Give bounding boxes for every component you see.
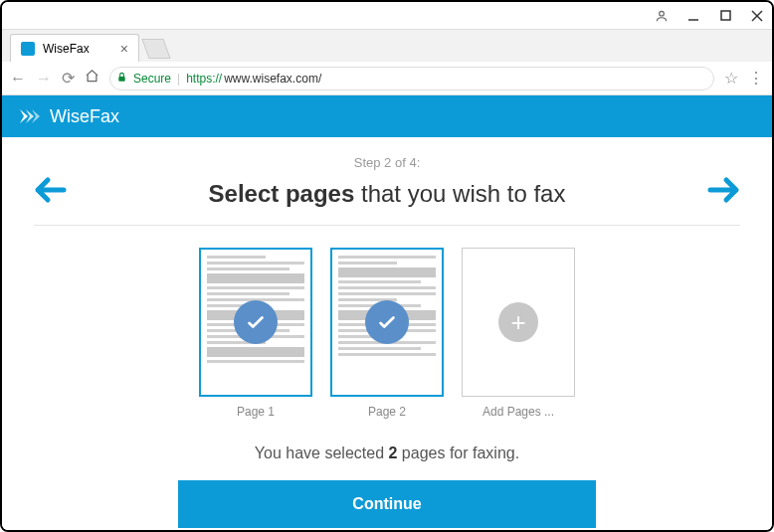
url-text: www.wisefax.com/ [224, 72, 321, 86]
divider [34, 225, 740, 226]
address-bar: ← → ⟳ Secure | https://www.wisefax.com/ … [2, 62, 772, 95]
plus-icon: + [498, 302, 538, 342]
tab-title: WiseFax [43, 42, 90, 56]
window-titlebar [2, 2, 772, 30]
page-content: WiseFax Step 2 of 4: Select pages that y… [2, 95, 772, 530]
home-button[interactable] [85, 69, 99, 88]
page-card: + Add Pages ... [462, 248, 575, 419]
menu-button[interactable]: ⋮ [748, 69, 764, 88]
back-button[interactable]: ← [10, 70, 26, 88]
summary-prefix: You have selected [255, 444, 389, 461]
selected-check-icon [365, 300, 409, 344]
add-pages-label: Add Pages ... [483, 405, 554, 419]
user-icon[interactable] [655, 9, 669, 23]
brand-name: WiseFax [50, 106, 119, 127]
next-arrow[interactable] [706, 176, 740, 211]
reload-button[interactable]: ⟳ [62, 69, 75, 88]
step-indicator: Step 2 of 4: [354, 155, 421, 170]
page-title: Select pages that you wish to fax [209, 180, 566, 208]
logo-icon [20, 107, 44, 125]
tab-close-icon[interactable]: × [120, 41, 128, 57]
add-pages-button[interactable]: + [462, 248, 575, 397]
close-button[interactable] [750, 9, 764, 23]
maximize-button[interactable] [718, 9, 732, 23]
page-card: Page 1 [199, 248, 312, 419]
minimize-button[interactable] [686, 9, 700, 23]
svg-point-0 [660, 11, 665, 16]
svg-rect-2 [721, 11, 730, 20]
title-bold: Select pages [209, 180, 355, 207]
new-tab-button[interactable] [141, 39, 170, 59]
page-grid: Page 1 Page 2 + Add Pages ... [199, 248, 575, 419]
page-label: Page 1 [237, 405, 275, 419]
svg-rect-5 [118, 77, 124, 82]
secure-label: Secure [133, 72, 171, 86]
summary-suffix: pages for faxing. [397, 444, 519, 461]
lock-icon [116, 72, 127, 86]
url-protocol: https:// [186, 72, 222, 86]
url-input[interactable]: Secure | https://www.wisefax.com/ [109, 67, 714, 90]
selected-check-icon [234, 300, 278, 344]
browser-tab[interactable]: WiseFax × [10, 34, 139, 62]
title-row: Select pages that you wish to fax [34, 176, 740, 211]
title-rest: that you wish to fax [354, 180, 565, 207]
continue-button[interactable]: Continue [178, 480, 596, 528]
page-label: Page 2 [368, 405, 406, 419]
page-thumbnail-1[interactable] [199, 248, 312, 397]
app-header: WiseFax [2, 95, 772, 137]
main-area: Step 2 of 4: Select pages that you wish … [2, 137, 772, 530]
page-card: Page 2 [330, 248, 444, 419]
bookmark-button[interactable]: ☆ [724, 69, 738, 88]
brand-logo[interactable]: WiseFax [20, 106, 119, 127]
tab-bar: WiseFax × [2, 30, 772, 62]
browser-window: WiseFax × ← → ⟳ Secure | https://www.wis… [0, 0, 774, 532]
prev-arrow[interactable] [34, 176, 68, 211]
favicon-icon [21, 42, 35, 56]
page-thumbnail-2[interactable] [330, 248, 444, 397]
forward-button[interactable]: → [36, 70, 52, 88]
selection-summary: You have selected 2 pages for faxing. [255, 444, 519, 462]
